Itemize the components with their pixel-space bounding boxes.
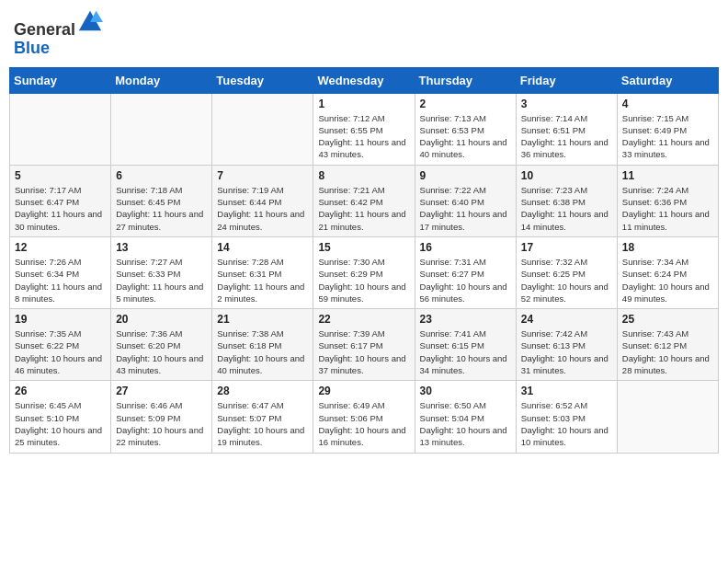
calendar-week-row: 12Sunrise: 7:26 AM Sunset: 6:34 PM Dayli… [10, 236, 719, 308]
calendar-week-row: 1Sunrise: 7:12 AM Sunset: 6:55 PM Daylig… [10, 93, 719, 165]
day-number: 21 [217, 313, 308, 326]
calendar-cell [111, 93, 212, 165]
col-header-sunday: Sunday [10, 67, 111, 93]
col-header-thursday: Thursday [415, 67, 516, 93]
day-number: 9 [420, 169, 511, 182]
col-header-friday: Friday [516, 67, 617, 93]
day-number: 20 [116, 313, 207, 326]
day-number: 14 [217, 241, 308, 254]
day-number: 18 [622, 241, 713, 254]
day-number: 27 [116, 385, 207, 397]
calendar-cell: 21Sunrise: 7:38 AM Sunset: 6:18 PM Dayli… [212, 309, 313, 381]
calendar-cell: 13Sunrise: 7:27 AM Sunset: 6:33 PM Dayli… [111, 236, 212, 308]
day-info: Sunrise: 7:38 AM Sunset: 6:18 PM Dayligh… [217, 327, 308, 376]
day-info: Sunrise: 6:50 AM Sunset: 5:04 PM Dayligh… [420, 399, 511, 448]
calendar-cell: 26Sunrise: 6:45 AM Sunset: 5:10 PM Dayli… [10, 381, 111, 453]
calendar-cell: 6Sunrise: 7:18 AM Sunset: 6:45 PM Daylig… [111, 165, 212, 236]
calendar-cell [10, 93, 111, 165]
col-header-tuesday: Tuesday [212, 67, 313, 93]
day-info: Sunrise: 7:32 AM Sunset: 6:25 PM Dayligh… [521, 256, 612, 304]
calendar-cell: 7Sunrise: 7:19 AM Sunset: 6:44 PM Daylig… [212, 165, 313, 236]
day-info: Sunrise: 7:30 AM Sunset: 6:29 PM Dayligh… [318, 256, 409, 304]
calendar-week-row: 19Sunrise: 7:35 AM Sunset: 6:22 PM Dayli… [10, 309, 719, 381]
day-info: Sunrise: 6:47 AM Sunset: 5:07 PM Dayligh… [217, 399, 308, 448]
page-header: General Blue [9, 9, 719, 58]
day-number: 16 [420, 241, 511, 254]
day-info: Sunrise: 7:39 AM Sunset: 6:17 PM Dayligh… [318, 327, 409, 376]
calendar-cell: 9Sunrise: 7:22 AM Sunset: 6:40 PM Daylig… [415, 165, 516, 236]
day-number: 12 [15, 241, 106, 254]
calendar-cell: 12Sunrise: 7:26 AM Sunset: 6:34 PM Dayli… [10, 236, 111, 308]
day-number: 19 [15, 313, 106, 326]
calendar-header-row: SundayMondayTuesdayWednesdayThursdayFrid… [10, 67, 719, 93]
calendar-cell: 20Sunrise: 7:36 AM Sunset: 6:20 PM Dayli… [111, 309, 212, 381]
day-info: Sunrise: 7:15 AM Sunset: 6:49 PM Dayligh… [622, 112, 713, 161]
day-info: Sunrise: 7:22 AM Sunset: 6:40 PM Dayligh… [420, 184, 511, 233]
logo-blue-text: Blue [14, 39, 50, 57]
calendar-cell: 2Sunrise: 7:13 AM Sunset: 6:53 PM Daylig… [415, 93, 516, 165]
day-info: Sunrise: 6:45 AM Sunset: 5:10 PM Dayligh… [15, 399, 106, 448]
day-number: 11 [622, 169, 713, 182]
logo-icon [77, 9, 103, 35]
day-number: 6 [116, 169, 207, 182]
day-info: Sunrise: 7:12 AM Sunset: 6:55 PM Dayligh… [318, 112, 409, 161]
calendar-cell: 16Sunrise: 7:31 AM Sunset: 6:27 PM Dayli… [415, 236, 516, 308]
day-info: Sunrise: 7:36 AM Sunset: 6:20 PM Dayligh… [116, 327, 207, 376]
day-number: 10 [521, 169, 612, 182]
day-number: 4 [622, 98, 713, 110]
day-info: Sunrise: 7:26 AM Sunset: 6:34 PM Dayligh… [15, 256, 106, 304]
day-number: 23 [420, 313, 511, 326]
calendar-cell [617, 381, 718, 453]
day-number: 2 [420, 98, 511, 110]
calendar-cell: 8Sunrise: 7:21 AM Sunset: 6:42 PM Daylig… [313, 165, 415, 236]
calendar-week-row: 26Sunrise: 6:45 AM Sunset: 5:10 PM Dayli… [10, 381, 719, 453]
calendar-cell: 19Sunrise: 7:35 AM Sunset: 6:22 PM Dayli… [10, 309, 111, 381]
col-header-saturday: Saturday [617, 67, 718, 93]
day-info: Sunrise: 7:43 AM Sunset: 6:12 PM Dayligh… [622, 327, 713, 376]
day-number: 1 [318, 98, 409, 110]
day-number: 15 [318, 241, 409, 254]
day-info: Sunrise: 6:49 AM Sunset: 5:06 PM Dayligh… [318, 399, 409, 448]
day-number: 8 [318, 169, 409, 182]
day-number: 13 [116, 241, 207, 254]
day-info: Sunrise: 7:19 AM Sunset: 6:44 PM Dayligh… [217, 184, 308, 233]
day-info: Sunrise: 7:42 AM Sunset: 6:13 PM Dayligh… [521, 327, 612, 376]
day-info: Sunrise: 7:35 AM Sunset: 6:22 PM Dayligh… [15, 327, 106, 376]
day-number: 17 [521, 241, 612, 254]
day-number: 30 [420, 385, 511, 397]
day-info: Sunrise: 6:46 AM Sunset: 5:09 PM Dayligh… [116, 399, 207, 448]
day-number: 28 [217, 385, 308, 397]
day-number: 29 [318, 385, 409, 397]
day-info: Sunrise: 7:13 AM Sunset: 6:53 PM Dayligh… [420, 112, 511, 161]
calendar-cell: 3Sunrise: 7:14 AM Sunset: 6:51 PM Daylig… [516, 93, 617, 165]
calendar-cell: 18Sunrise: 7:34 AM Sunset: 6:24 PM Dayli… [617, 236, 718, 308]
calendar-cell [212, 93, 313, 165]
day-info: Sunrise: 7:34 AM Sunset: 6:24 PM Dayligh… [622, 256, 713, 304]
day-number: 25 [622, 313, 713, 326]
calendar-week-row: 5Sunrise: 7:17 AM Sunset: 6:47 PM Daylig… [10, 165, 719, 236]
day-info: Sunrise: 7:18 AM Sunset: 6:45 PM Dayligh… [116, 184, 207, 233]
calendar-cell: 4Sunrise: 7:15 AM Sunset: 6:49 PM Daylig… [617, 93, 718, 165]
calendar-cell: 31Sunrise: 6:52 AM Sunset: 5:03 PM Dayli… [516, 381, 617, 453]
day-number: 7 [217, 169, 308, 182]
day-number: 26 [15, 385, 106, 397]
day-info: Sunrise: 7:41 AM Sunset: 6:15 PM Dayligh… [420, 327, 511, 376]
calendar-cell: 10Sunrise: 7:23 AM Sunset: 6:38 PM Dayli… [516, 165, 617, 236]
day-number: 3 [521, 98, 612, 110]
calendar-cell: 11Sunrise: 7:24 AM Sunset: 6:36 PM Dayli… [617, 165, 718, 236]
logo-general-text: General [14, 20, 75, 39]
day-number: 24 [521, 313, 612, 326]
day-info: Sunrise: 7:28 AM Sunset: 6:31 PM Dayligh… [217, 256, 308, 304]
calendar-cell: 1Sunrise: 7:12 AM Sunset: 6:55 PM Daylig… [313, 93, 415, 165]
calendar-cell: 22Sunrise: 7:39 AM Sunset: 6:17 PM Dayli… [313, 309, 415, 381]
calendar-cell: 23Sunrise: 7:41 AM Sunset: 6:15 PM Dayli… [415, 309, 516, 381]
day-number: 5 [15, 169, 106, 182]
calendar-cell: 15Sunrise: 7:30 AM Sunset: 6:29 PM Dayli… [313, 236, 415, 308]
day-info: Sunrise: 7:14 AM Sunset: 6:51 PM Dayligh… [521, 112, 612, 161]
day-number: 31 [521, 385, 612, 397]
day-info: Sunrise: 7:17 AM Sunset: 6:47 PM Dayligh… [15, 184, 106, 233]
calendar-cell: 27Sunrise: 6:46 AM Sunset: 5:09 PM Dayli… [111, 381, 212, 453]
day-info: Sunrise: 7:23 AM Sunset: 6:38 PM Dayligh… [521, 184, 612, 233]
calendar-table: SundayMondayTuesdayWednesdayThursdayFrid… [9, 67, 719, 454]
day-info: Sunrise: 7:27 AM Sunset: 6:33 PM Dayligh… [116, 256, 207, 304]
